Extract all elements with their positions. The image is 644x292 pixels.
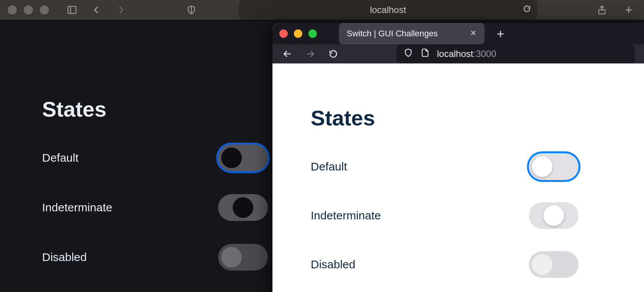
new-tab-icon[interactable] [621,2,636,18]
switch-row-indeterminate: Indeterminate [42,194,268,221]
switch-default[interactable] [529,153,579,180]
maximize-window-icon[interactable] [40,5,49,15]
tab-title: Switch | GUI Challenges [347,29,438,39]
switch-thumb [221,148,242,168]
minimize-window-icon[interactable] [24,5,33,15]
back-icon[interactable] [282,48,293,60]
browser-tab[interactable]: Switch | GUI Challenges [339,23,484,44]
switch-label: Indeterminate [311,209,381,222]
url-host: localhost [437,49,473,59]
switch-disabled [529,251,579,278]
switch-row-indeterminate: Indeterminate [311,202,579,229]
safari-url-bar[interactable]: localhost [239,0,537,20]
close-tab-icon[interactable] [470,29,477,39]
safari-url-text: localhost [370,5,406,15]
switch-row-disabled: Disabled [311,251,579,278]
switch-label: Default [42,151,78,164]
switch-thumb [543,205,564,226]
switch-label: Indeterminate [42,201,112,214]
switch-thumb [532,156,553,177]
switch-thumb [220,245,243,269]
page-icon [420,48,430,60]
switch-row-disabled: Disabled [42,244,268,271]
switch-indeterminate[interactable] [218,194,268,221]
forward-icon [305,48,316,60]
back-icon[interactable] [89,2,104,18]
switch-thumb [532,254,553,275]
firefox-toolbar: localhost:3000 [272,44,644,63]
switch-default[interactable] [218,144,268,171]
firefox-page-content: States Default Indeterminate Disabled [272,63,644,292]
reload-icon[interactable] [523,5,531,15]
minimize-window-icon[interactable] [294,29,302,38]
shield-icon[interactable] [184,2,199,18]
switch-row-default: Default [42,144,268,171]
switch-label: Disabled [42,251,87,264]
new-tab-button[interactable]: + [497,26,504,41]
sidebar-icon[interactable] [64,2,80,18]
switch-label: Default [311,160,347,173]
reload-icon[interactable] [328,48,339,60]
firefox-window: Switch | GUI Challenges + localhost:3000 [272,23,644,292]
url-port: :3000 [473,49,496,59]
close-window-icon[interactable] [8,5,17,15]
safari-traffic-lights [8,5,49,15]
svg-rect-0 [68,6,76,14]
switch-row-default: Default [311,153,579,180]
close-window-icon[interactable] [279,29,288,38]
switch-disabled [218,244,268,271]
firefox-tabbar: Switch | GUI Challenges + [272,23,644,44]
switch-label: Disabled [311,258,355,271]
maximize-window-icon[interactable] [308,29,317,38]
firefox-traffic-lights [279,29,317,38]
firefox-url-bar[interactable]: localhost:3000 [396,44,635,63]
switch-thumb [233,197,253,218]
forward-icon [113,2,129,18]
safari-toolbar: localhost [0,0,644,20]
page-title: States [311,105,606,130]
share-icon[interactable] [594,2,610,18]
shield-icon[interactable] [403,48,413,60]
switch-row-disabled-checked-partial: x [42,286,268,292]
switch-indeterminate[interactable] [529,202,579,229]
